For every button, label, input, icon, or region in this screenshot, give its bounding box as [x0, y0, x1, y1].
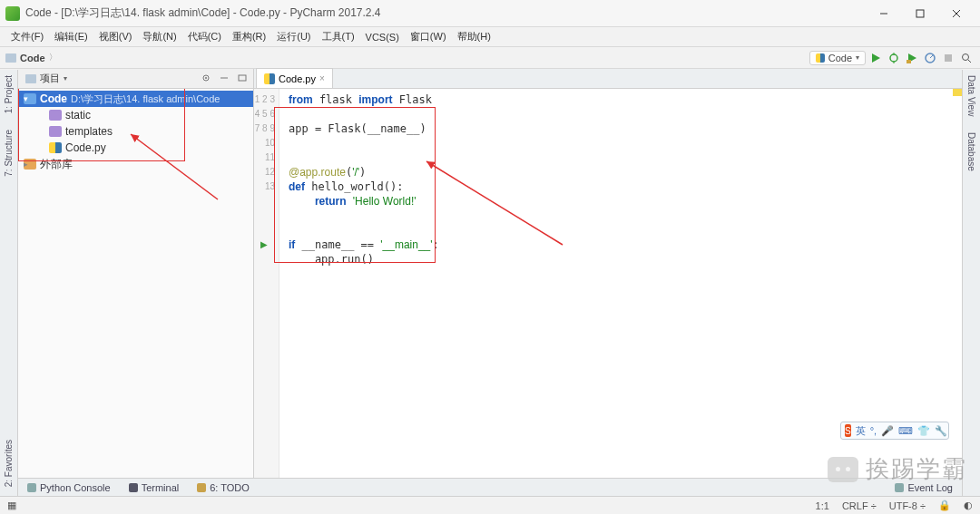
ime-settings-icon[interactable]: 🔧 — [935, 425, 947, 437]
menu-edit[interactable]: 编辑(E) — [49, 30, 93, 44]
tree-item-codepy[interactable]: Code.py — [18, 140, 253, 156]
tool-todo[interactable]: 6: TODO — [188, 482, 259, 493]
run-config-label: Code — [828, 53, 852, 63]
close-button[interactable] — [938, 4, 975, 24]
editor-gutter[interactable]: 1 2 3 4 5 6 7 8 9 10 11 12 13 ▶ — [254, 89, 279, 478]
todo-icon — [197, 483, 206, 492]
python-file-icon — [264, 73, 275, 84]
tool-label: 6: TODO — [210, 482, 250, 493]
menu-help[interactable]: 帮助(H) — [452, 30, 496, 44]
close-tab-icon[interactable]: × — [319, 73, 325, 83]
hide-icon[interactable] — [237, 73, 250, 85]
sogou-icon: S — [845, 424, 851, 437]
project-tree[interactable]: ▾ Code D:\学习日志\14. flask admin\Code stat… — [18, 89, 253, 478]
collapse-icon[interactable] — [219, 73, 231, 85]
tool-data-view[interactable]: Data View — [966, 75, 976, 116]
tool-project[interactable]: 1: Project — [4, 75, 14, 113]
tree-root[interactable]: ▾ Code D:\学习日志\14. flask admin\Code — [18, 91, 253, 107]
tool-database[interactable]: Database — [966, 132, 976, 171]
tool-python-console[interactable]: Python Console — [18, 482, 120, 493]
ime-toolbar[interactable]: S 英 °, 🎤 ⌨ 👕 🔧 — [840, 422, 949, 440]
ime-punct-icon[interactable]: °, — [870, 425, 877, 436]
menu-code[interactable]: 代码(C) — [182, 30, 227, 44]
menu-vcs[interactable]: VCS(S) — [360, 32, 405, 43]
ime-lang-label[interactable]: 英 — [856, 424, 866, 438]
editor-area: Code.py × 1 2 3 4 5 6 7 8 9 10 11 12 13 … — [254, 69, 962, 478]
profile-button[interactable] — [922, 50, 938, 66]
svg-rect-12 — [945, 54, 952, 62]
debug-button[interactable] — [886, 50, 902, 66]
svg-marker-4 — [872, 53, 880, 63]
folder-icon — [49, 126, 62, 137]
ime-mic-icon[interactable]: 🎤 — [881, 425, 894, 437]
menu-run[interactable]: 运行(U) — [271, 30, 316, 44]
menu-view[interactable]: 视图(V) — [93, 30, 138, 44]
svg-rect-1 — [916, 10, 924, 17]
title-bar: Code - [D:\学习日志\14. flask admin\Code] - … — [0, 0, 980, 27]
stop-button[interactable] — [940, 50, 956, 66]
status-line-separator[interactable]: CRLF ÷ — [842, 500, 877, 511]
folder-icon — [49, 110, 62, 121]
tree-external-libs[interactable]: ▸ 外部库 — [18, 156, 253, 172]
menu-window[interactable]: 窗口(W) — [405, 30, 452, 44]
editor-tabs: Code.py × — [254, 69, 962, 89]
app-icon — [5, 6, 20, 21]
gear-icon[interactable] — [201, 73, 213, 85]
folder-icon — [25, 74, 36, 83]
tree-item-static[interactable]: static — [18, 107, 253, 123]
inspection-marker[interactable] — [953, 89, 962, 96]
menu-refactor[interactable]: 重构(R) — [227, 30, 271, 44]
breadcrumb[interactable]: Code 〉 — [5, 52, 57, 63]
maximize-button[interactable] — [902, 4, 938, 24]
tree-item-label: Code.py — [65, 141, 106, 154]
run-button[interactable] — [867, 50, 884, 66]
editor-tab-codepy[interactable]: Code.py × — [256, 68, 333, 88]
ime-keyboard-icon[interactable]: ⌨ — [898, 425, 913, 437]
navigation-bar: Code 〉 Code ▾ — [0, 47, 980, 69]
menu-tools[interactable]: 工具(T) — [317, 30, 360, 44]
tool-label: Terminal — [142, 482, 180, 493]
project-view-selector[interactable]: 项目 ▾ — [22, 72, 71, 85]
tree-item-label: static — [65, 109, 91, 121]
svg-line-11 — [930, 55, 933, 58]
chevron-down-icon: ▾ — [856, 53, 859, 62]
code-editor[interactable]: 1 2 3 4 5 6 7 8 9 10 11 12 13 ▶ from fla… — [254, 89, 962, 478]
menu-file[interactable]: 文件(F) — [5, 30, 49, 44]
code-content[interactable]: from flask import Flask app = Flask(__na… — [279, 89, 962, 478]
chevron-down-icon: ▾ — [64, 74, 67, 82]
tree-item-label: 外部库 — [40, 157, 73, 172]
status-tool-windows-icon[interactable]: ▦ — [7, 499, 16, 511]
event-log-icon — [895, 483, 904, 492]
status-inspections-icon[interactable]: ◐ — [964, 499, 973, 511]
tool-structure[interactable]: 7: Structure — [4, 130, 14, 177]
tool-favorites[interactable]: 2: Favorites — [4, 440, 14, 487]
svg-point-13 — [963, 53, 969, 60]
status-caret-pos[interactable]: 1:1 — [816, 500, 829, 511]
breadcrumb-root: Code — [20, 53, 45, 63]
svg-point-5 — [890, 54, 897, 62]
tool-terminal[interactable]: Terminal — [120, 482, 189, 493]
ime-skin-icon[interactable]: 👕 — [917, 425, 930, 437]
tree-item-templates[interactable]: templates — [18, 123, 253, 140]
terminal-icon — [129, 483, 138, 492]
minimize-button[interactable] — [866, 4, 902, 24]
tool-label: Python Console — [40, 482, 111, 493]
tree-root-name: Code — [40, 92, 67, 105]
tool-event-log[interactable]: Event Log — [886, 482, 962, 493]
tree-root-path: D:\学习日志\14. flask admin\Code — [71, 92, 220, 106]
run-gutter-icon[interactable]: ▶ — [260, 238, 268, 252]
run-config-selector[interactable]: Code ▾ — [809, 51, 866, 65]
python-icon — [816, 53, 825, 63]
window-title: Code - [D:\学习日志\14. flask admin\Code] - … — [25, 5, 866, 21]
menu-navigate[interactable]: 导航(N) — [137, 30, 181, 44]
search-button[interactable] — [958, 50, 975, 66]
python-console-icon — [27, 483, 36, 492]
svg-rect-18 — [239, 75, 246, 81]
run-coverage-button[interactable] — [904, 50, 920, 66]
svg-point-16 — [205, 77, 207, 79]
bottom-tool-bar: Python Console Terminal 6: TODO Event Lo… — [18, 478, 962, 496]
status-encoding[interactable]: UTF-8 ÷ — [889, 500, 926, 511]
lock-icon[interactable]: 🔒 — [938, 499, 951, 511]
folder-icon — [24, 93, 36, 104]
library-icon — [24, 159, 36, 170]
